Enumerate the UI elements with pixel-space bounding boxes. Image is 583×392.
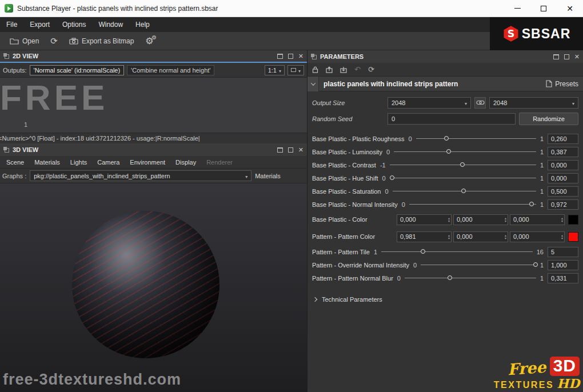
materials-button[interactable]: Materials <box>255 173 281 179</box>
slider-track[interactable] <box>409 201 536 208</box>
output-selector-normal-scale[interactable]: 'Normal scale' (id:normalScale) <box>30 65 125 75</box>
randomize-button[interactable]: Randomize <box>519 113 578 125</box>
stepper-icons[interactable]: ▴▾ <box>505 217 506 222</box>
slider-handle[interactable] <box>390 175 394 180</box>
stepper-icons[interactable]: ▴▾ <box>505 234 506 239</box>
slider-value-box[interactable]: 1,000 <box>548 260 578 270</box>
import-preset-icon[interactable] <box>340 66 347 73</box>
slider-handle[interactable] <box>448 275 452 280</box>
close-panel-icon[interactable] <box>574 54 580 60</box>
tab-lights[interactable]: Lights <box>65 158 92 167</box>
slider-track[interactable] <box>421 261 536 269</box>
slider-value-box[interactable]: 0,260 <box>548 134 578 144</box>
menu-export[interactable]: Export <box>23 17 56 32</box>
slider-value-box[interactable]: 0,331 <box>548 273 578 283</box>
technical-parameters-toggle[interactable]: Technical Parameters <box>313 294 578 305</box>
menu-window[interactable]: Window <box>92 17 129 32</box>
settings-button[interactable] <box>140 34 162 49</box>
output-size-width-select[interactable]: 2048 <box>388 97 471 109</box>
open-button[interactable]: Open <box>5 35 44 47</box>
slider-handle[interactable] <box>421 249 425 254</box>
lock-icon[interactable] <box>312 66 318 73</box>
stepper-icons[interactable]: ▴▾ <box>448 217 450 222</box>
slider-value-box[interactable]: 0,387 <box>548 147 578 157</box>
slider-value-box[interactable]: 0,000 <box>548 160 578 170</box>
close-button[interactable] <box>557 0 583 17</box>
color-component-b[interactable]: 0,000 ▴▾ <box>510 214 565 225</box>
slider-track[interactable] <box>381 248 533 255</box>
tab-environment[interactable]: Environment <box>125 158 170 167</box>
close-panel-icon[interactable] <box>298 147 304 153</box>
float-panel-icon[interactable] <box>277 147 283 153</box>
stepper-icons[interactable]: ▴▾ <box>561 234 563 239</box>
menu-options[interactable]: Options <box>56 17 92 32</box>
export-preset-icon[interactable] <box>326 66 333 73</box>
graph-select[interactable]: pkg://plastic_panels_with_inclined_strip… <box>30 170 251 181</box>
viewport-overlay-number: 1 <box>24 121 27 128</box>
2d-viewport[interactable]: FREE 1 <box>0 78 307 133</box>
slider-track[interactable] <box>394 148 536 155</box>
export-as-bitmap-button[interactable]: Export as Bitmap <box>64 35 139 47</box>
refresh-button[interactable] <box>45 34 63 49</box>
slider-track[interactable] <box>390 161 536 169</box>
tab-materials[interactable]: Materials <box>29 158 65 167</box>
menu-help[interactable]: Help <box>129 17 156 32</box>
collapse-graph-button[interactable] <box>308 77 319 91</box>
slider-handle[interactable] <box>444 136 449 141</box>
reset-parameters-icon[interactable] <box>368 65 374 74</box>
graph-select-value: pkg://plastic_panels_with_inclined_strip… <box>34 173 170 179</box>
slider-value-box[interactable]: 5 <box>548 247 578 257</box>
stepper-icons[interactable]: ▴▾ <box>448 234 450 239</box>
random-seed-input[interactable] <box>388 113 516 125</box>
color-component-r[interactable]: 0,981 ▴▾ <box>397 231 452 242</box>
panel-grid-icon <box>311 54 317 59</box>
output-size-height-select[interactable]: 2048 <box>489 97 578 109</box>
color-component-b[interactable]: 0,000 ▴▾ <box>510 231 565 242</box>
slider-value-box[interactable]: 0,500 <box>548 186 578 197</box>
stepper-icons[interactable]: ▴▾ <box>561 217 563 222</box>
slider-track[interactable] <box>405 274 536 282</box>
maximize-panel-icon[interactable] <box>564 54 569 59</box>
tab-camera[interactable]: Camera <box>92 158 125 167</box>
slider-max: 1 <box>540 149 544 155</box>
maximize-panel-icon[interactable] <box>288 147 293 153</box>
display-mode-button[interactable] <box>287 65 304 75</box>
minimize-button[interactable] <box>504 0 530 17</box>
color-row-base-plastic: Base Plastic - Color 0,000 ▴▾ 0,000 ▴▾ 0… <box>312 212 578 227</box>
color-component-r[interactable]: 0,000 ▴▾ <box>397 214 452 225</box>
tab-scene[interactable]: Scene <box>1 158 29 167</box>
output-selector-combine-normal-height[interactable]: 'Combine normal and height' <box>127 65 214 75</box>
slider-handle[interactable] <box>461 189 466 193</box>
color-swatch[interactable] <box>568 215 578 225</box>
slider-handle[interactable] <box>460 162 465 167</box>
link-size-button[interactable] <box>474 97 486 109</box>
color-component-g[interactable]: 0,000 ▴▾ <box>453 214 508 225</box>
maximize-button[interactable] <box>530 0 557 17</box>
float-panel-icon[interactable] <box>277 54 283 59</box>
slider-value-box[interactable]: 0,972 <box>548 199 578 210</box>
color-component-value: 0,981 <box>400 233 416 240</box>
color-component-g[interactable]: 0,000 ▴▾ <box>453 231 508 242</box>
close-panel-icon[interactable] <box>298 53 304 59</box>
slider-label: Base Plastic - Luminosity <box>312 149 382 155</box>
presets-button[interactable]: Presets <box>541 80 583 88</box>
menu-file[interactable]: File <box>0 17 23 32</box>
3d-viewport[interactable] <box>0 183 307 392</box>
slider-max: 1 <box>540 162 544 169</box>
slider-track[interactable] <box>390 174 536 182</box>
slider-row-saturation: Base Plastic - Saturation 0 1 0,500 <box>312 185 578 198</box>
2d-view-panel: 2D VIEW Outputs: 'Normal scale' (id:norm… <box>0 50 307 143</box>
slider-track[interactable] <box>393 187 536 195</box>
title-bar: Substance Player - plastic panels with i… <box>0 0 583 17</box>
slider-handle[interactable] <box>533 262 538 267</box>
sbsar-brand: S SBSAR <box>490 17 583 50</box>
slider-track[interactable] <box>416 135 536 142</box>
maximize-panel-icon[interactable] <box>288 54 293 59</box>
slider-handle[interactable] <box>446 149 451 154</box>
zoom-level-select[interactable]: 1:1 <box>265 65 285 75</box>
tab-display[interactable]: Display <box>170 158 201 167</box>
slider-value-box[interactable]: 0,000 <box>548 173 578 183</box>
float-panel-icon[interactable] <box>553 54 559 59</box>
color-swatch[interactable] <box>568 232 578 242</box>
slider-handle[interactable] <box>529 202 534 206</box>
